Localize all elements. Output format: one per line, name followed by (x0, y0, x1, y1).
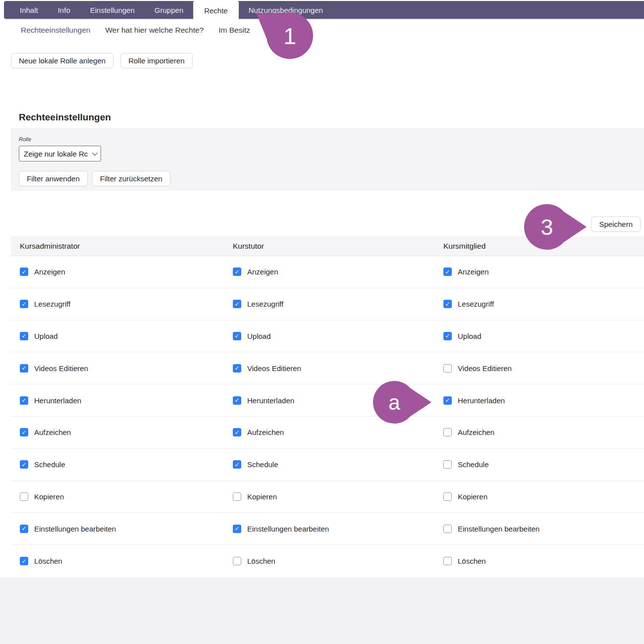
import-role-button[interactable]: Rolle importieren (120, 53, 192, 68)
subnav-item-im-besitz[interactable]: Im Besitz (218, 26, 250, 35)
checkbox-l-schen-kursmitglied[interactable] (443, 557, 452, 565)
filter-buttons: Filter anwenden Filter zurücksetzen (19, 171, 170, 186)
checkbox-videos-editieren-kurstutor[interactable]: ✓ (233, 364, 241, 373)
checkbox-schedule-kursadministrator[interactable]: ✓ (20, 460, 28, 469)
permission-label: Schedule (247, 460, 278, 469)
save-button[interactable]: Speichern (591, 216, 641, 232)
table-row-aufzeichen: ✓Aufzeichen✓AufzeichenAufzeichen (11, 417, 644, 449)
permission-label: Videos Editieren (458, 364, 512, 373)
checkbox-anzeigen-kursmitglied[interactable]: ✓ (443, 268, 452, 276)
permission-label: Aufzeichen (458, 428, 494, 436)
permission-label: Aufzeichen (247, 428, 284, 436)
permission-cell: Kopieren (434, 492, 644, 501)
role-select[interactable]: Zeige nur lokale Rc (19, 146, 101, 161)
table-row-anzeigen: ✓Anzeigen✓Anzeigen✓Anzeigen (11, 256, 644, 288)
permission-cell: ✓Schedule (11, 460, 224, 469)
permission-cell: ✓Herunterladen (434, 396, 644, 405)
permission-cell: ✓Anzeigen (224, 268, 434, 276)
table-header-row: KursadministratorKurstutorKursmitglied (11, 236, 644, 256)
permission-cell: Löschen (224, 557, 434, 565)
permission-cell: ✓Lesezugriff (11, 300, 224, 308)
role-field-label: Rolle (19, 136, 31, 142)
permission-cell: Kopieren (224, 492, 434, 501)
checkbox-anzeigen-kursadministrator[interactable]: ✓ (20, 268, 28, 276)
permission-cell: ✓Anzeigen (434, 268, 644, 276)
tab-inhalt[interactable]: Inhalt (10, 1, 48, 19)
sub-navbar: RechteeinstellungenWer hat hier welche R… (21, 26, 250, 35)
table-row-herunterladen: ✓Herunterladen✓Herunterladen✓Herunterlad… (11, 384, 644, 417)
checkbox-videos-editieren-kursmitglied[interactable] (443, 364, 452, 373)
checkbox-herunterladen-kursadministrator[interactable]: ✓ (20, 396, 28, 405)
checkbox-upload-kurstutor[interactable]: ✓ (233, 332, 241, 340)
checkbox-kopieren-kursmitglied[interactable] (443, 492, 452, 501)
column-header-kursmitglied: Kursmitglied (434, 242, 644, 251)
permission-cell: ✓Anzeigen (11, 268, 224, 276)
checkbox-herunterladen-kurstutor[interactable]: ✓ (233, 396, 241, 405)
permission-cell: ✓Upload (434, 332, 644, 340)
permission-cell: ✓Herunterladen (11, 396, 224, 405)
checkbox-videos-editieren-kursadministrator[interactable]: ✓ (20, 364, 28, 373)
permission-label: Einstellungen bearbeiten (34, 525, 116, 533)
checkbox-lesezugriff-kursmitglied[interactable]: ✓ (443, 300, 452, 308)
checkbox-einstellungen-bearbeiten-kursadministrator[interactable]: ✓ (20, 525, 28, 533)
checkbox-kopieren-kursadministrator[interactable] (20, 492, 28, 501)
permission-cell: ✓Aufzeichen (224, 428, 434, 436)
checkbox-lesezugriff-kurstutor[interactable]: ✓ (233, 300, 241, 308)
checkbox-einstellungen-bearbeiten-kursmitglied[interactable] (443, 525, 452, 533)
filter-apply-button[interactable]: Filter anwenden (19, 171, 88, 186)
permission-cell: ✓Löschen (11, 557, 224, 565)
permission-label: Herunterladen (247, 396, 294, 405)
tab-nutzungsbedingungen[interactable]: Nutzungsbedingungen (239, 1, 333, 19)
permission-cell: ✓Upload (11, 332, 224, 340)
checkbox-kopieren-kurstutor[interactable] (233, 492, 241, 501)
permission-label: Upload (247, 332, 271, 340)
permissions-table: KursadministratorKurstutorKursmitglied ✓… (11, 236, 644, 577)
checkbox-lesezugriff-kursadministrator[interactable]: ✓ (20, 300, 28, 308)
tab-rechte[interactable]: Rechte (193, 1, 239, 20)
checkbox-anzeigen-kurstutor[interactable]: ✓ (233, 268, 241, 276)
permission-label: Kopieren (247, 492, 277, 501)
checkbox-aufzeichen-kurstutor[interactable]: ✓ (233, 428, 241, 436)
permission-label: Upload (34, 332, 58, 340)
checkbox-schedule-kursmitglied[interactable] (443, 460, 452, 469)
permission-label: Videos Editieren (34, 364, 88, 373)
top-navbar: InhaltInfoEinstellungenGruppenRechteNutz… (4, 1, 644, 19)
checkbox-schedule-kurstutor[interactable]: ✓ (233, 460, 241, 469)
filter-reset-button[interactable]: Filter zurücksetzen (92, 171, 170, 186)
callout-1: 1 (267, 12, 313, 59)
tab-einstellungen[interactable]: Einstellungen (80, 1, 145, 19)
checkbox-einstellungen-bearbeiten-kurstutor[interactable]: ✓ (233, 525, 241, 533)
permission-label: Herunterladen (458, 396, 505, 405)
checkbox-l-schen-kursadministrator[interactable]: ✓ (20, 557, 28, 565)
checkbox-aufzeichen-kursmitglied[interactable] (443, 428, 452, 436)
permission-label: Lesezugriff (247, 300, 283, 308)
permission-label: Schedule (34, 460, 65, 469)
checkbox-l-schen-kurstutor[interactable] (233, 557, 241, 565)
callout-label: 1 (283, 23, 296, 49)
permission-cell: Einstellungen bearbeiten (434, 525, 644, 533)
permission-cell: ✓Lesezugriff (224, 300, 434, 308)
permission-cell: ✓Lesezugriff (434, 300, 644, 308)
checkbox-herunterladen-kursmitglied[interactable]: ✓ (443, 396, 452, 405)
checkbox-upload-kursadministrator[interactable]: ✓ (20, 332, 28, 340)
new-local-role-button[interactable]: Neue lokale Rolle anlegen (11, 53, 113, 68)
role-select-value: Zeige nur lokale Rc (24, 150, 88, 158)
checkbox-aufzeichen-kursadministrator[interactable]: ✓ (20, 428, 28, 436)
table-row-kopieren: KopierenKopierenKopieren (11, 481, 644, 513)
permission-cell: ✓Videos Editieren (11, 364, 224, 373)
permission-label: Videos Editieren (247, 364, 301, 373)
permission-cell: ✓Videos Editieren (224, 364, 434, 373)
table-row-l-schen: ✓LöschenLöschenLöschen (11, 545, 644, 577)
table-row-videos-editieren: ✓Videos Editieren✓Videos EditierenVideos… (11, 352, 644, 384)
subnav-item-rechteeinstellungen[interactable]: Rechteeinstellungen (21, 26, 90, 35)
tab-gruppen[interactable]: Gruppen (145, 1, 193, 19)
permission-cell: ✓Aufzeichen (11, 428, 224, 436)
table-row-einstellungen-bearbeiten: ✓Einstellungen bearbeiten✓Einstellungen … (11, 513, 644, 545)
tab-info[interactable]: Info (48, 1, 80, 19)
permission-cell: Kopieren (11, 492, 224, 501)
role-actions: Neue lokale Rolle anlegen Rolle importie… (11, 53, 193, 68)
checkbox-upload-kursmitglied[interactable]: ✓ (443, 332, 452, 340)
page-title: Rechteeinstellungen (19, 112, 111, 123)
subnav-item-wer-hat-hier-welche-rechte[interactable]: Wer hat hier welche Rechte? (105, 26, 204, 35)
permission-label: Einstellungen bearbeiten (458, 525, 539, 533)
